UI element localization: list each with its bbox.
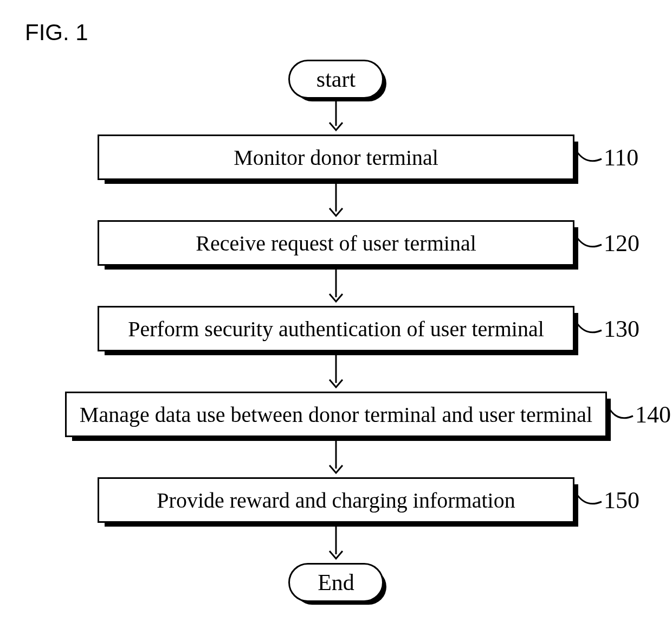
terminator-start-wrap: start [288,60,384,99]
arrow-down-icon [325,180,347,220]
terminator-start: start [288,60,384,99]
process-box: Manage data use between donor terminal a… [65,392,607,437]
process-label: Perform security authentication of user … [128,316,544,342]
reference-number: 110 [604,144,638,171]
arrow-down-icon [325,523,347,563]
process-step: Perform security authentication of user … [38,306,634,351]
process-label: Manage data use between donor terminal a… [80,402,592,427]
reference-connector: 150 [574,486,639,514]
arrow-down-icon [325,99,347,135]
reference-number: 130 [604,315,639,343]
process-step: Provide reward and charging information … [38,477,634,523]
arrow-down-icon [325,266,347,306]
process-step: Manage data use between donor terminal a… [38,392,634,437]
process-label: Receive request of user terminal [196,230,476,256]
process-box: Perform security authentication of user … [98,306,574,351]
reference-connector: 120 [574,229,639,257]
process-label: Monitor donor terminal [234,145,438,170]
terminator-end-label: End [318,569,354,595]
reference-number: 150 [604,486,639,514]
process-step: Monitor donor terminal 110 [38,135,634,180]
arrow-down-icon [325,351,347,392]
terminator-start-label: start [316,66,356,92]
connector-curve-icon [574,492,604,508]
process-label: Provide reward and charging information [157,488,515,513]
process-box: Monitor donor terminal [98,135,574,180]
process-box: Receive request of user terminal [98,220,574,266]
flowchart: start Monitor donor terminal 110 Receive… [38,60,634,602]
process-step: Receive request of user terminal 120 [38,220,634,266]
process-box: Provide reward and charging information [98,477,574,523]
connector-curve-icon [607,406,635,422]
figure-label: FIG. 1 [25,20,88,46]
arrow-down-icon [325,437,347,477]
reference-connector: 130 [574,315,639,343]
terminator-end: End [288,563,384,602]
connector-curve-icon [574,321,604,337]
reference-number: 120 [604,229,639,257]
connector-curve-icon [574,149,604,165]
reference-number: 140 [635,401,671,428]
connector-curve-icon [574,235,604,251]
reference-connector: 140 [607,401,671,428]
reference-connector: 110 [574,144,638,171]
terminator-end-wrap: End [288,563,384,602]
